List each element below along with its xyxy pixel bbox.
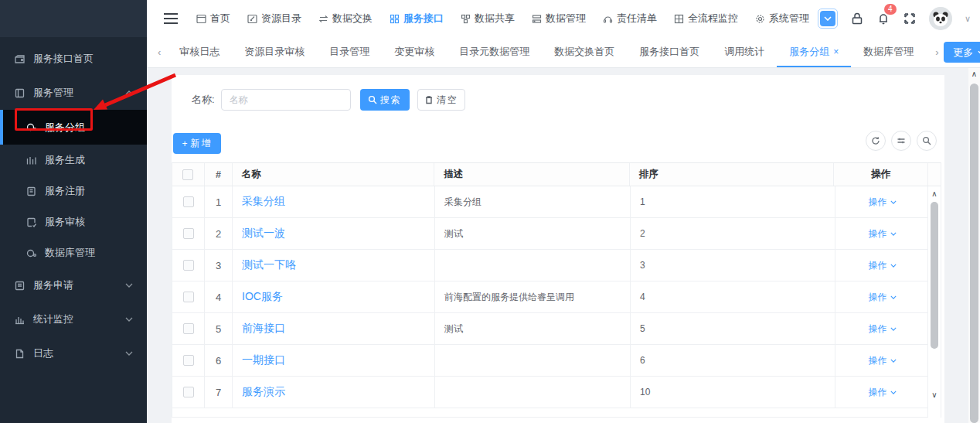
tab-resource-catalog-audit[interactable]: 资源目录审核 xyxy=(232,37,317,67)
chevron-down-icon xyxy=(890,264,897,268)
tab-audit-log[interactable]: 审核日志 xyxy=(167,37,232,67)
row-checkbox[interactable] xyxy=(183,292,194,302)
sidebar-item-service-home[interactable]: 服务接口首页 xyxy=(0,42,147,76)
sidebar-item-service-apply[interactable]: 服务申请 xyxy=(0,268,147,302)
sidebar-item-service-manage[interactable]: 服务管理 xyxy=(0,76,147,110)
row-order: 6 xyxy=(631,345,835,376)
column-header-action: 操作 xyxy=(834,163,927,186)
scroll-down-icon[interactable]: ∨ xyxy=(931,390,937,401)
group-name-link[interactable]: 一期接口 xyxy=(242,353,285,367)
nav-item-data-share[interactable]: 数据共享 xyxy=(461,12,515,26)
group-name-link[interactable]: 测试一波 xyxy=(242,227,285,240)
search-input[interactable] xyxy=(221,89,351,111)
user-menu-chevron[interactable]: ∨ xyxy=(965,14,971,24)
sidebar-item-log[interactable]: 日志 xyxy=(0,336,147,370)
sidebar-item-service-generate[interactable]: 服务生成 xyxy=(0,145,147,176)
nav-item-data-exchange[interactable]: 数据交换 xyxy=(318,12,373,26)
nav-item-responsibility-list[interactable]: 责任清单 xyxy=(603,12,657,26)
tab-close-icon[interactable]: × xyxy=(833,46,839,57)
notifications-button[interactable]: 4 xyxy=(876,12,890,26)
nav-item-home[interactable]: 首页 xyxy=(196,12,230,26)
group-name-link[interactable]: 采集分组 xyxy=(242,195,285,209)
lock-icon[interactable] xyxy=(850,12,864,26)
table-scrollbar[interactable]: ∧ ∨ xyxy=(927,186,941,418)
nav-item-resource-catalog[interactable]: 资源目录 xyxy=(247,12,301,26)
row-checkbox[interactable] xyxy=(183,355,194,366)
row-action-dropdown[interactable]: 操作 xyxy=(869,227,897,240)
process-monitor-icon xyxy=(674,14,684,24)
row-action-dropdown[interactable]: 操作 xyxy=(869,354,897,367)
page-scrollbar-thumb[interactable] xyxy=(970,84,978,423)
group-name-link[interactable]: 前海接口 xyxy=(242,322,285,336)
tab-call-stats[interactable]: 调用统计 xyxy=(712,37,777,67)
tabs-scroll-right-icon[interactable]: › xyxy=(931,46,943,58)
panda-avatar-icon xyxy=(929,7,952,30)
tab-label: 目录管理 xyxy=(329,46,369,57)
column-settings-button[interactable] xyxy=(891,131,911,151)
scroll-up-icon[interactable]: ∧ xyxy=(931,189,937,200)
sidebar-item-service-group[interactable]: 服务分组 xyxy=(0,110,147,145)
user-avatar[interactable] xyxy=(929,7,952,30)
zoom-button[interactable] xyxy=(917,131,937,151)
row-action-dropdown[interactable]: 操作 xyxy=(869,291,897,304)
row-checkbox[interactable] xyxy=(183,387,194,397)
data-exchange-icon xyxy=(318,14,328,24)
tab-database-manage[interactable]: 数据库管理 xyxy=(851,37,926,67)
nav-item-label: 全流程监控 xyxy=(688,12,738,26)
tab-service-group[interactable]: 服务分组× xyxy=(777,37,851,67)
row-desc: 测试 xyxy=(435,313,631,344)
sidebar-item-stats-monitor[interactable]: 统计监控 xyxy=(0,302,147,336)
tab-label: 目录元数据管理 xyxy=(459,46,529,57)
tab-data-exchange-home[interactable]: 数据交换首页 xyxy=(542,37,627,67)
row-order: 3 xyxy=(631,250,835,281)
page-scroll-up-icon[interactable]: ∧ xyxy=(968,68,980,80)
fullscreen-icon[interactable] xyxy=(903,12,917,26)
search-field-label: 名称: xyxy=(192,93,215,107)
refresh-button[interactable] xyxy=(866,131,886,151)
table-scrollbar-thumb[interactable] xyxy=(931,202,938,349)
row-order: 10 xyxy=(631,377,835,408)
row-checkbox[interactable] xyxy=(183,260,194,271)
tabs-scroll-left-icon[interactable]: ‹ xyxy=(147,46,167,58)
nav-item-label: 责任清单 xyxy=(617,12,657,26)
select-all-checkbox[interactable] xyxy=(182,169,193,180)
nav-item-service-api[interactable]: 服务接口 xyxy=(390,12,444,26)
tab-change-audit[interactable]: 变更审核 xyxy=(382,37,447,67)
group-name-link[interactable]: 服务演示 xyxy=(242,385,285,399)
group-name-link[interactable]: IOC服务 xyxy=(242,290,283,304)
topbar-actions: 4 ∨ xyxy=(818,7,971,30)
nav-item-system-manage[interactable]: 系统管理 xyxy=(755,12,809,26)
clear-button[interactable]: 清空 xyxy=(417,89,465,111)
nav-item-process-monitor[interactable]: 全流程监控 xyxy=(674,12,738,26)
service-register-icon xyxy=(26,186,37,197)
row-index: 3 xyxy=(205,250,233,281)
sidebar-item-database-manage[interactable]: 数据库管理 xyxy=(0,237,147,268)
sidebar-item-service-audit[interactable]: 服务审核 xyxy=(0,206,147,237)
add-button-label: 新增 xyxy=(191,137,213,150)
row-checkbox[interactable] xyxy=(183,323,194,334)
row-index: 1 xyxy=(205,186,233,217)
page-scrollbar[interactable]: ∧ xyxy=(968,68,980,423)
row-action-dropdown[interactable]: 操作 xyxy=(869,259,897,272)
tab-catalog-metadata[interactable]: 目录元数据管理 xyxy=(447,37,542,67)
sidebar-item-label: 数据库管理 xyxy=(45,246,95,260)
sidebar-item-label: 服务分组 xyxy=(45,121,85,135)
row-checkbox[interactable] xyxy=(183,196,194,207)
chevron-down-icon xyxy=(824,16,832,21)
add-button[interactable]: + 新增 xyxy=(173,133,221,154)
nav-item-data-manage[interactable]: 数据管理 xyxy=(532,12,586,26)
sidebar-item-service-register[interactable]: 服务注册 xyxy=(0,176,147,206)
search-button[interactable]: 搜索 xyxy=(360,89,410,111)
action-label: 操作 xyxy=(869,259,887,272)
tab-service-api-home[interactable]: 服务接口首页 xyxy=(627,37,712,67)
more-tabs-button[interactable]: 更多 xyxy=(944,42,980,63)
row-action-dropdown[interactable]: 操作 xyxy=(869,196,897,209)
language-button[interactable] xyxy=(818,9,838,29)
hamburger-menu-icon[interactable] xyxy=(164,10,178,27)
row-action-dropdown[interactable]: 操作 xyxy=(869,386,897,399)
row-checkbox[interactable] xyxy=(183,228,194,239)
tab-catalog-manage[interactable]: 目录管理 xyxy=(317,37,382,67)
row-action-dropdown[interactable]: 操作 xyxy=(869,322,897,336)
sidebar-item-label: 统计监控 xyxy=(33,312,125,326)
group-name-link[interactable]: 测试一下咯 xyxy=(242,258,296,272)
